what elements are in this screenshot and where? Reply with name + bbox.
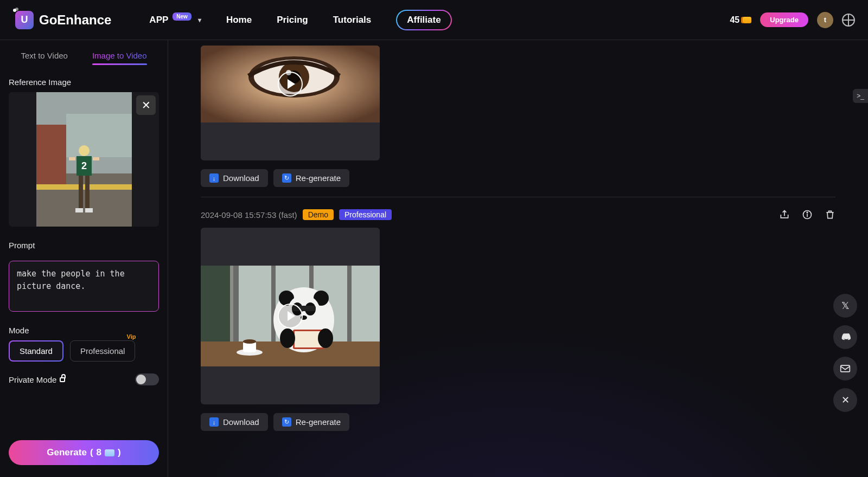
mail-icon bbox=[840, 364, 851, 373]
regenerate-button[interactable]: ↻ Re-generate bbox=[273, 413, 349, 431]
mail-button[interactable] bbox=[833, 357, 857, 381]
svg-point-45 bbox=[243, 339, 256, 344]
generation-meta-actions bbox=[779, 209, 835, 220]
user-avatar[interactable]: t bbox=[817, 12, 833, 28]
coin-icon bbox=[743, 17, 751, 23]
discord-button[interactable] bbox=[833, 325, 857, 349]
console-toggle[interactable]: >_ bbox=[853, 89, 868, 103]
generate-label: Generate bbox=[47, 447, 87, 458]
brand-logo[interactable]: U GoEnhance bbox=[15, 11, 111, 29]
svg-rect-3 bbox=[66, 114, 132, 157]
svg-rect-46 bbox=[841, 365, 850, 372]
svg-rect-26 bbox=[233, 266, 239, 341]
svg-rect-11 bbox=[85, 208, 93, 212]
sidebar: Text to Video Image to Video Reference I… bbox=[0, 40, 168, 477]
play-button[interactable] bbox=[278, 72, 303, 96]
delete-icon[interactable] bbox=[825, 209, 835, 220]
generation-actions: ↓ Download ↻ Re-generate bbox=[201, 169, 835, 187]
video-thumbnail-wrap bbox=[201, 266, 380, 366]
credits-display[interactable]: 45 bbox=[730, 15, 751, 25]
regenerate-button[interactable]: ↻ Re-generate bbox=[273, 169, 349, 187]
generate-cost: 8 bbox=[97, 447, 101, 458]
private-mode-label: Private Mode bbox=[9, 375, 65, 384]
main-layout: Text to Video Image to Video Reference I… bbox=[0, 40, 868, 477]
generation-actions: ↓ Download ↻ Re-generate bbox=[201, 413, 835, 431]
play-button[interactable] bbox=[278, 304, 303, 328]
generations-panel[interactable]: >_ bbox=[168, 40, 868, 477]
svg-rect-27 bbox=[271, 266, 276, 341]
social-float: 𝕏 ✕ bbox=[833, 294, 857, 412]
svg-point-5 bbox=[79, 145, 90, 156]
generation-item: ↓ Download ↻ Re-generate bbox=[201, 46, 835, 197]
private-mode-toggle[interactable] bbox=[135, 373, 159, 385]
generation-meta: 2024-09-08 15:57:53 (fast) Demo Professi… bbox=[201, 209, 835, 220]
close-icon: ✕ bbox=[841, 394, 850, 406]
info-icon[interactable] bbox=[802, 209, 813, 220]
mode-professional-label: Professional bbox=[80, 346, 125, 356]
refresh-icon: ↻ bbox=[282, 173, 291, 183]
mode-tabs: Text to Video Image to Video bbox=[9, 49, 159, 63]
share-icon[interactable] bbox=[779, 209, 790, 220]
mode-standard-button[interactable]: Standard bbox=[9, 340, 63, 362]
generation-timestamp: 2024-09-08 15:57:53 (fast) bbox=[201, 210, 297, 220]
svg-rect-29 bbox=[347, 266, 352, 341]
mode-options: Standard Vip Professional bbox=[9, 340, 159, 362]
svg-rect-13 bbox=[93, 157, 99, 160]
svg-rect-10 bbox=[75, 208, 83, 212]
svg-rect-12 bbox=[69, 157, 75, 160]
badge-professional: Professional bbox=[339, 209, 392, 220]
nav-pricing[interactable]: Pricing bbox=[277, 15, 308, 25]
x-icon: 𝕏 bbox=[841, 300, 850, 312]
reference-image-thumb: 2 bbox=[36, 92, 132, 227]
close-icon: ✕ bbox=[142, 99, 151, 112]
mode-professional-button[interactable]: Vip Professional bbox=[70, 340, 136, 362]
svg-point-42 bbox=[318, 328, 333, 348]
video-card bbox=[201, 228, 380, 404]
nav-app-label: APP bbox=[149, 15, 168, 25]
svg-rect-9 bbox=[85, 176, 90, 208]
credits-amount: 45 bbox=[730, 15, 739, 25]
generation-item: 2024-09-08 15:57:53 (fast) Demo Professi… bbox=[201, 209, 835, 441]
language-icon[interactable] bbox=[842, 14, 855, 27]
prompt-label: Prompt bbox=[9, 241, 159, 250]
chevron-down-icon: ▾ bbox=[198, 16, 201, 24]
lock-icon bbox=[60, 377, 65, 382]
private-mode-row: Private Mode bbox=[9, 373, 159, 385]
remove-reference-button[interactable]: ✕ bbox=[136, 95, 156, 115]
download-button[interactable]: ↓ Download bbox=[201, 169, 268, 187]
twitter-button[interactable]: 𝕏 bbox=[833, 294, 857, 318]
generate-button[interactable]: Generate (8 ) bbox=[9, 440, 159, 465]
svg-rect-2 bbox=[36, 125, 66, 184]
logo-mark-icon: U bbox=[15, 11, 34, 29]
svg-rect-4 bbox=[36, 184, 132, 190]
discord-icon bbox=[839, 332, 851, 342]
video-card bbox=[201, 46, 380, 160]
coin-icon bbox=[105, 449, 114, 456]
reference-image-preview[interactable]: 2 ✕ bbox=[9, 92, 159, 227]
svg-point-41 bbox=[280, 328, 295, 348]
download-button[interactable]: ↓ Download bbox=[201, 413, 268, 431]
refresh-icon: ↻ bbox=[282, 417, 291, 427]
upgrade-button[interactable]: Upgrade bbox=[760, 12, 808, 27]
vip-badge: Vip bbox=[127, 333, 136, 340]
nav-home[interactable]: Home bbox=[226, 15, 252, 25]
svg-text:2: 2 bbox=[81, 160, 86, 171]
download-icon: ↓ bbox=[209, 173, 219, 183]
app-header: U GoEnhance APP New ▾ Home Pricing Tutor… bbox=[0, 0, 868, 40]
nav-affiliate[interactable]: Affiliate bbox=[396, 10, 451, 30]
header-right: 45 Upgrade t bbox=[730, 12, 855, 28]
nav-tutorials[interactable]: Tutorials bbox=[333, 15, 372, 25]
brand-name: GoEnhance bbox=[39, 12, 111, 28]
badge-demo: Demo bbox=[303, 209, 334, 220]
new-badge: New bbox=[173, 12, 192, 21]
reference-image-label: Reference Image bbox=[9, 78, 159, 87]
download-icon: ↓ bbox=[209, 417, 219, 427]
svg-rect-8 bbox=[79, 176, 83, 208]
nav-app-dropdown[interactable]: APP New ▾ bbox=[149, 15, 201, 25]
tab-text-to-video[interactable]: Text to Video bbox=[21, 51, 67, 63]
prompt-input[interactable] bbox=[9, 261, 159, 312]
dismiss-social-button[interactable]: ✕ bbox=[833, 388, 857, 412]
svg-point-22 bbox=[807, 212, 808, 213]
primary-nav: APP New ▾ Home Pricing Tutorials Affilia… bbox=[149, 10, 451, 30]
tab-image-to-video[interactable]: Image to Video bbox=[92, 51, 147, 63]
